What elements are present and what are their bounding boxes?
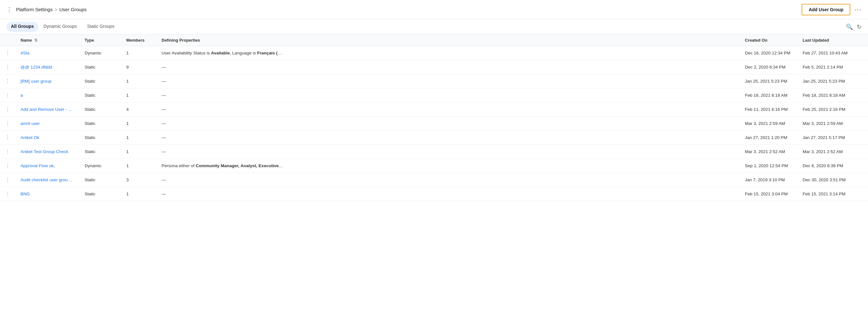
table-row: ⋮Add and Remove User - ...Static4—Feb 11…: [0, 102, 868, 116]
row-actions: [855, 102, 868, 116]
row-last-updated: Feb 5, 2021 2:14 PM: [798, 60, 855, 74]
refresh-icon[interactable]: ↻: [857, 23, 862, 30]
name-link[interactable]: #Sta: [21, 51, 30, 56]
add-user-group-button[interactable]: Add User Group: [802, 4, 850, 15]
row-created-on: Feb 15, 2021 3:04 PM: [740, 187, 798, 201]
col-header-updated: Last Updated: [798, 35, 855, 46]
row-created-on: Dec 16, 2020 12:34 PM: [740, 46, 798, 60]
row-menu-icon[interactable]: ⋮: [0, 102, 16, 116]
breadcrumb-current: User Groups: [59, 7, 87, 12]
row-actions: [855, 145, 868, 159]
row-members: 1: [121, 46, 156, 60]
row-type: Static: [80, 173, 121, 187]
tab-actions: 🔍 ↻: [846, 23, 862, 30]
row-created-on: Mar 3, 2021 2:59 AM: [740, 116, 798, 131]
row-created-on: Jan 25, 2021 5:23 PM: [740, 74, 798, 89]
row-menu-icon[interactable]: ⋮: [0, 116, 16, 131]
breadcrumb: Platform Settings > User Groups: [16, 7, 87, 12]
tab-static-groups[interactable]: Static Groups: [82, 19, 120, 34]
name-link[interactable]: Add and Remove User - ...: [21, 107, 72, 112]
row-last-updated: Dec 6, 2020 8:39 PM: [798, 159, 855, 173]
name-link[interactable]: Aniket Ok: [21, 135, 39, 140]
row-menu-icon[interactable]: ⋮: [0, 131, 16, 145]
row-name[interactable]: BNG: [16, 187, 80, 201]
row-defining-properties: User Availability Status is Available, L…: [156, 46, 740, 60]
row-menu-icon[interactable]: ⋮: [0, 159, 16, 173]
row-name[interactable]: @@ 1234 dfddd: [16, 60, 80, 74]
breadcrumb-separator: >: [55, 7, 57, 12]
row-menu-icon[interactable]: ⋮: [0, 145, 16, 159]
row-name[interactable]: Aniket Test Group Check: [16, 145, 80, 159]
row-name[interactable]: amrit user: [16, 116, 80, 131]
row-defining-properties: Persona either of Community Manager, Ana…: [156, 159, 740, 173]
more-options-icon[interactable]: ···: [854, 6, 862, 13]
name-link[interactable]: @@ 1234 dfddd: [21, 65, 52, 69]
row-last-updated: Feb 27, 2021 10:43 AM: [798, 46, 855, 60]
row-menu-icon[interactable]: ⋮: [0, 173, 16, 187]
row-last-updated: Jan 27, 2021 5:17 PM: [798, 131, 855, 145]
row-defining-properties: —: [156, 145, 740, 159]
row-actions: [855, 60, 868, 74]
tab-all-groups[interactable]: All Groups: [6, 22, 38, 32]
row-menu-icon[interactable]: ⋮: [0, 74, 16, 89]
name-link[interactable]: amrit user: [21, 121, 40, 126]
row-actions: [855, 74, 868, 89]
row-actions: [855, 89, 868, 102]
name-link[interactable]: BNG: [21, 192, 30, 196]
row-name[interactable]: a: [16, 89, 80, 102]
row-members: 1: [121, 116, 156, 131]
row-type: Static: [80, 102, 121, 116]
col-header-menu: [0, 35, 16, 46]
tab-dynamic-groups[interactable]: Dynamic Groups: [38, 19, 82, 34]
col-header-actions: [855, 35, 868, 46]
row-menu-icon[interactable]: ⋮: [0, 46, 16, 60]
name-link[interactable]: a: [21, 93, 23, 98]
row-name[interactable]: Aniket Ok: [16, 131, 80, 145]
row-menu-icon[interactable]: ⋮: [0, 60, 16, 74]
row-menu-icon[interactable]: ⋮: [0, 187, 16, 201]
row-name[interactable]: Audit checklist user grou ...: [16, 173, 80, 187]
table-row: ⋮@@ 1234 dfdddStatic9—Dec 2, 2020 6:34 P…: [0, 60, 868, 74]
row-last-updated: Dec 30, 2020 3:51 PM: [798, 173, 855, 187]
row-defining-properties: —: [156, 116, 740, 131]
name-link[interactable]: Audit checklist user grou ...: [21, 177, 72, 182]
row-created-on: Dec 2, 2020 6:34 PM: [740, 60, 798, 74]
row-actions: [855, 159, 868, 173]
row-name[interactable]: Add and Remove User - ...: [16, 102, 80, 116]
row-actions: [855, 131, 868, 145]
name-link[interactable]: Approval Flow ok,: [21, 163, 55, 168]
name-link[interactable]: Aniket Test Group Check: [21, 149, 68, 154]
row-created-on: Feb 18, 2021 8:18 AM: [740, 89, 798, 102]
row-type: Static: [80, 145, 121, 159]
row-defining-properties: —: [156, 89, 740, 102]
table-row: ⋮Approval Flow ok,Dynamic1Persona either…: [0, 159, 868, 173]
table-row: ⋮[RM] user groupStatic1—Jan 25, 2021 5:2…: [0, 74, 868, 89]
name-link[interactable]: [RM] user group: [21, 79, 52, 83]
table-row: ⋮#StaDynamic1User Availability Status is…: [0, 46, 868, 60]
sort-icon: ⇅: [34, 38, 37, 43]
user-groups-table: Name ⇅ Type Members Defining Properties …: [0, 35, 868, 201]
row-type: Static: [80, 60, 121, 74]
tab-all-groups-label: All Groups: [11, 24, 34, 29]
hamburger-icon[interactable]: ⋮: [6, 6, 12, 13]
col-header-name[interactable]: Name ⇅: [16, 35, 80, 46]
row-type: Static: [80, 74, 121, 89]
row-members: 1: [121, 74, 156, 89]
row-created-on: Feb 11, 2021 6:16 PM: [740, 102, 798, 116]
row-created-on: Mar 3, 2021 2:52 AM: [740, 145, 798, 159]
row-name[interactable]: [RM] user group: [16, 74, 80, 89]
tabs-container: All Groups Dynamic Groups Static Groups: [6, 19, 120, 34]
search-icon[interactable]: 🔍: [846, 23, 853, 30]
row-name[interactable]: Approval Flow ok,: [16, 159, 80, 173]
row-type: Static: [80, 187, 121, 201]
row-members: 9: [121, 60, 156, 74]
row-menu-icon[interactable]: ⋮: [0, 89, 16, 102]
tab-static-groups-label: Static Groups: [87, 24, 115, 29]
header-left: ⋮ Platform Settings > User Groups: [6, 6, 87, 13]
row-defining-properties: —: [156, 187, 740, 201]
row-name[interactable]: #Sta: [16, 46, 80, 60]
row-actions: [855, 116, 868, 131]
row-members: 1: [121, 159, 156, 173]
row-members: 3: [121, 173, 156, 187]
col-header-created: Created On: [740, 35, 798, 46]
